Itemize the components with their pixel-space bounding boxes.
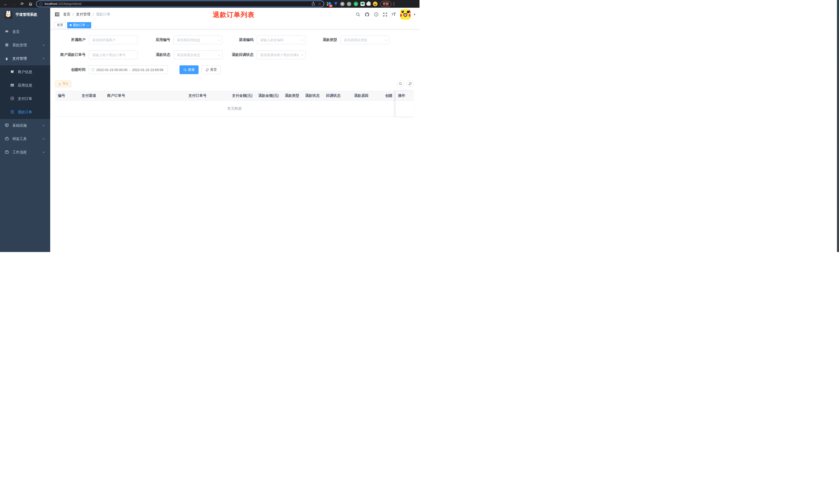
date-start-value: 2022-01-23 00:00:00 <box>96 68 128 72</box>
sidebar-item-system[interactable]: 系统管理 <box>0 39 50 52</box>
refund-table: 编号 支付渠道 商户订单号 支付订单号 支付金额(元) 退款金额(元) 退款类型… <box>55 91 414 116</box>
sidebar-item-devtools[interactable]: 研发工具 <box>0 132 50 146</box>
fullscreen-icon[interactable] <box>383 12 387 17</box>
sidebar-item-label: 应用信息 <box>18 83 32 88</box>
col-notify-status: 回调状态 <box>323 93 352 98</box>
merchant-refund-no-input[interactable] <box>89 51 138 59</box>
store-icon <box>10 70 14 74</box>
refund-status-select[interactable] <box>174 51 222 59</box>
sidebar-item-pay[interactable]: ¥ 支付管理 <box>0 52 50 66</box>
avatar-caret-icon[interactable]: ▼ <box>413 13 416 16</box>
browser-update-button[interactable]: 更新 <box>380 1 391 7</box>
font-size-icon[interactable]: TT <box>392 12 396 17</box>
sidebar-logo-row[interactable]: 芋道管理系统 <box>0 8 50 22</box>
extension-badge: 10 <box>329 5 333 7</box>
extension-y-icon[interactable]: y <box>354 2 358 6</box>
extension-emoji-icon[interactable] <box>373 2 377 6</box>
search-icon <box>399 82 402 86</box>
grid-table-icon <box>10 83 14 88</box>
browser-menu-icon[interactable] <box>393 2 394 6</box>
sidebar-menu: 首页 系统管理 ¥ 支付管理 商户信息 <box>0 25 50 159</box>
tab-home[interactable]: 首页 <box>54 22 66 28</box>
sidebar-toggle-icon[interactable] <box>55 13 59 16</box>
chevron-down-icon <box>42 137 45 141</box>
extension-diamond-icon[interactable]: 10 <box>327 2 331 6</box>
refresh-icon <box>206 68 209 72</box>
date-end-value: 2022-01-23 23:59:59 <box>132 68 164 72</box>
filter-label-app: 应用编号 <box>138 38 174 42</box>
filter-label-merchant-refund-no: 商户退款订单号 <box>55 53 89 57</box>
notify-status-select[interactable] <box>257 51 306 59</box>
breadcrumb-section[interactable]: 支付管理 <box>76 12 90 17</box>
tab-refund-order[interactable]: 退款订单 × <box>67 22 91 28</box>
download-icon <box>58 83 61 86</box>
filter-label-refund-type: 退款类型 <box>306 38 340 42</box>
refresh-table-button[interactable] <box>407 80 414 87</box>
reset-button[interactable]: 重置 <box>202 66 221 74</box>
top-navbar: 首页 / 支付管理 / 退款订单 退款订单列表 ? <box>50 8 420 21</box>
filter-label-refund-status: 退款状态 <box>138 53 174 57</box>
sidebar-item-label: 基础设施 <box>12 123 27 128</box>
sidebar-item-merchant-info[interactable]: 商户信息 <box>0 66 50 79</box>
url-bar[interactable]: i localhost:1024/pay/refund ☆ <box>37 1 324 7</box>
site-info-icon[interactable]: i <box>39 2 42 6</box>
sidebar-item-refund-order[interactable]: 退款订单 <box>0 106 50 119</box>
page-title: 退款订单列表 <box>213 10 254 19</box>
col-create-time: 创建时间 <box>383 93 392 98</box>
app-select[interactable] <box>174 36 222 44</box>
browser-chrome: ← → ⟳ i localhost:1024/pay/refund ☆ 10 ⌘… <box>0 0 420 8</box>
tags-view-bar: 首页 退款订单 × <box>50 21 420 29</box>
browser-home-button[interactable] <box>27 1 34 7</box>
filter-label-channel: 渠道编码 <box>222 38 257 42</box>
search-button[interactable]: 搜索 <box>179 66 199 74</box>
sidebar-item-home[interactable]: 首页 <box>0 25 50 39</box>
sidebar-item-infra[interactable]: 基础设施 <box>0 119 50 132</box>
browser-forward-button[interactable]: → <box>11 1 17 7</box>
sidebar-submenu-pay: 商户信息 应用信息 ¥ 支付订单 <box>0 66 50 119</box>
search-icon[interactable] <box>356 12 360 17</box>
sidebar-item-workflow[interactable]: 工作流程 <box>0 146 50 159</box>
filter-label-merchant: 所属商户 <box>55 38 89 42</box>
browser-back-button[interactable]: ← <box>3 1 9 7</box>
chevron-down-icon <box>42 150 45 155</box>
briefcase-icon <box>5 150 9 155</box>
url-path: :1024/pay/refund <box>57 2 82 6</box>
tab-close-icon[interactable]: × <box>87 24 89 27</box>
create-time-range-picker[interactable]: 2022-01-23 00:00:00 - 2022-01-23 23:59:5… <box>89 66 168 74</box>
user-avatar[interactable] <box>400 9 410 20</box>
sidebar-item-label: 系统管理 <box>12 43 27 48</box>
table-header-row: 编号 支付渠道 商户订单号 支付订单号 支付金额(元) 退款金额(元) 退款类型… <box>55 91 414 101</box>
bookmark-star-icon[interactable]: ☆ <box>318 2 321 6</box>
sidebar-item-label: 退款订单 <box>18 110 32 114</box>
clock-icon <box>91 68 95 72</box>
github-icon[interactable] <box>365 12 370 17</box>
home-icon <box>29 2 33 6</box>
browser-reload-button[interactable]: ⟳ <box>19 1 25 7</box>
extension-dot-icon[interactable] <box>347 2 351 6</box>
extension-gem-icon[interactable] <box>334 2 338 6</box>
help-icon[interactable]: ? <box>374 12 378 17</box>
sidebar-item-app-info[interactable]: 应用信息 <box>0 79 50 92</box>
col-merchant-order-no: 商户订单号 <box>105 93 186 98</box>
extension-command-icon[interactable]: ⌘ <box>340 2 344 6</box>
chevron-up-icon <box>42 57 45 61</box>
sidebar-item-pay-order[interactable]: ¥ 支付订单 <box>0 92 50 106</box>
col-refund-status: 退款状态 <box>303 93 323 98</box>
breadcrumb-home[interactable]: 首页 <box>63 12 70 17</box>
extension-chat-icon[interactable] <box>360 2 365 6</box>
col-id: 编号 <box>55 93 79 98</box>
refund-type-select[interactable] <box>340 36 389 44</box>
active-tab-dot <box>70 24 72 26</box>
channel-select[interactable] <box>257 36 306 44</box>
col-pay-order-no: 支付订单号 <box>186 93 229 98</box>
col-pay-channel: 支付渠道 <box>79 93 105 98</box>
col-pay-amount: 支付金额(元) <box>229 93 256 98</box>
merchant-select[interactable] <box>89 36 138 44</box>
extensions-puzzle-icon[interactable] <box>367 2 371 6</box>
export-button[interactable]: 导出 <box>55 80 71 87</box>
chevron-down-icon <box>42 43 45 47</box>
url-host: localhost <box>44 2 57 6</box>
share-icon[interactable] <box>311 2 315 6</box>
sidebar-item-label: 工作流程 <box>12 150 27 155</box>
toggle-search-button[interactable] <box>397 80 404 87</box>
